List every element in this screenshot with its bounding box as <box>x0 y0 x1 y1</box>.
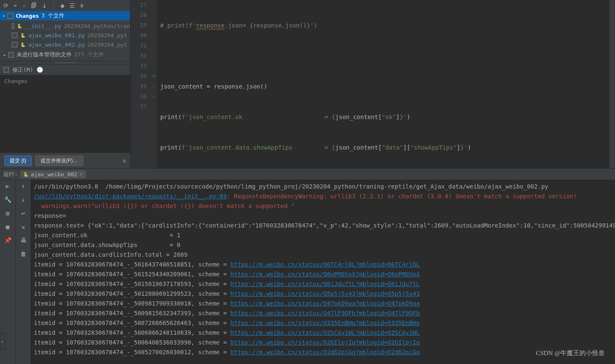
trash-icon[interactable]: 🗑 <box>20 250 26 257</box>
run-tab[interactable]: 🐍 ajax_weibo_002 × <box>20 170 86 178</box>
commit-message-input[interactable]: Changes <box>0 75 130 153</box>
run-label: 运行: <box>3 170 18 178</box>
print-icon[interactable]: 🖶 <box>20 237 26 244</box>
vcs-panel: ⟳ ↶ ✧ 🗐 ⤓ | ◉ ☰ ≑ ▾ Changes 3 个文件 🐍__ini… <box>0 0 131 168</box>
up-icon[interactable]: ↑ <box>21 183 25 189</box>
scroll-icon[interactable]: ⇲ <box>21 223 25 230</box>
split-grip[interactable] <box>0 61 130 64</box>
amend-checkbox[interactable] <box>3 67 9 72</box>
changes-checkbox[interactable] <box>8 13 13 19</box>
changes-node[interactable]: ▾ Changes 3 个文件 <box>0 11 130 20</box>
file-checkbox[interactable] <box>12 33 17 38</box>
changes-label: Changes <box>16 13 39 19</box>
group-icon[interactable]: ☰ <box>70 2 75 9</box>
gutter: 2728293031323334353637 <box>131 0 151 168</box>
rollback-icon[interactable]: ↶ <box>14 2 17 9</box>
close-icon[interactable]: × <box>79 171 82 177</box>
editor[interactable]: 2728293031323334353637 ⊟⌐⌙ # print(f'res… <box>131 0 615 168</box>
commit-button[interactable]: 提交 (I) <box>4 156 32 166</box>
file-row[interactable]: 🐍__init__.py20230204_python/tran <box>12 21 130 31</box>
stop-icon[interactable]: ■ <box>6 210 9 217</box>
unversioned-node[interactable]: ▸ 未进行版本管理的文件 177 个文件 <box>0 50 130 59</box>
diff-icon[interactable]: ✧ <box>22 2 25 9</box>
run-toolwindow-header: 运行: 🐍 ajax_weibo_002 × <box>0 168 615 180</box>
unversioned-checkbox[interactable] <box>8 52 14 58</box>
chevron-right-icon: ▸ <box>3 53 6 57</box>
layout-icon[interactable]: ▦ <box>6 223 9 230</box>
changed-files-list: 🐍__init__.py20230204_python/tran 🐍ajax_w… <box>0 20 130 50</box>
gear-icon[interactable]: ⚙ <box>122 158 126 164</box>
editor-scrollbar[interactable] <box>609 0 615 168</box>
settings-icon[interactable]: 🔧 <box>4 196 11 203</box>
commit-push-button[interactable]: 提交并推送(P)… <box>35 156 83 166</box>
changes-count: 3 个文件 <box>42 12 65 19</box>
commit-toolbar: 修正(M) 🕘 <box>0 64 130 75</box>
python-icon: 🐍 <box>23 171 29 177</box>
file-row[interactable]: 🐍ajax_weibo_002.py20230204_pyt <box>12 40 130 49</box>
python-icon: 🐍 <box>20 32 26 38</box>
pin-icon[interactable]: 📌 <box>4 237 11 244</box>
wrap-icon[interactable]: ↩ <box>21 210 25 217</box>
shelve-icon[interactable]: ⤓ <box>42 2 47 9</box>
console-output[interactable]: /usr/bin/python3.8 /home/limg/Projects/s… <box>31 180 615 364</box>
file-row[interactable]: 🐍ajax_weibo_001.py20230204_pyt <box>12 31 130 40</box>
vcs-toolbar: ⟳ ↶ ✧ 🗐 ⤓ | ◉ ☰ ≑ <box>0 0 130 11</box>
python-icon: 🐍 <box>20 42 26 47</box>
down-icon[interactable]: ↓ <box>21 196 25 203</box>
chevron-down-icon: ▾ <box>3 14 5 18</box>
file-checkbox[interactable] <box>12 23 14 29</box>
expand-icon[interactable]: ≑ <box>80 2 83 9</box>
fold-gutter: ⊟⌐⌙ <box>151 0 157 168</box>
sidebar-collapse-handle[interactable]: ▸ <box>0 333 5 350</box>
refresh-icon[interactable]: ⟳ <box>3 2 8 9</box>
rerun-icon[interactable]: ▶ <box>6 183 9 189</box>
history-icon[interactable]: 🕘 <box>36 67 43 73</box>
file-checkbox[interactable] <box>12 42 17 47</box>
run-tool-column-2: ↑ ↓ ↩ ⇲ 🖶 🗑 <box>15 180 31 364</box>
code-area[interactable]: # print(f'response.json= {response.json(… <box>157 0 609 168</box>
watermark: CSDN @牛魔王的小怪兽 <box>536 349 605 357</box>
changelist-icon[interactable]: 🗐 <box>31 2 37 9</box>
preview-icon[interactable]: ◉ <box>61 2 64 9</box>
python-icon: 🐍 <box>17 23 22 29</box>
